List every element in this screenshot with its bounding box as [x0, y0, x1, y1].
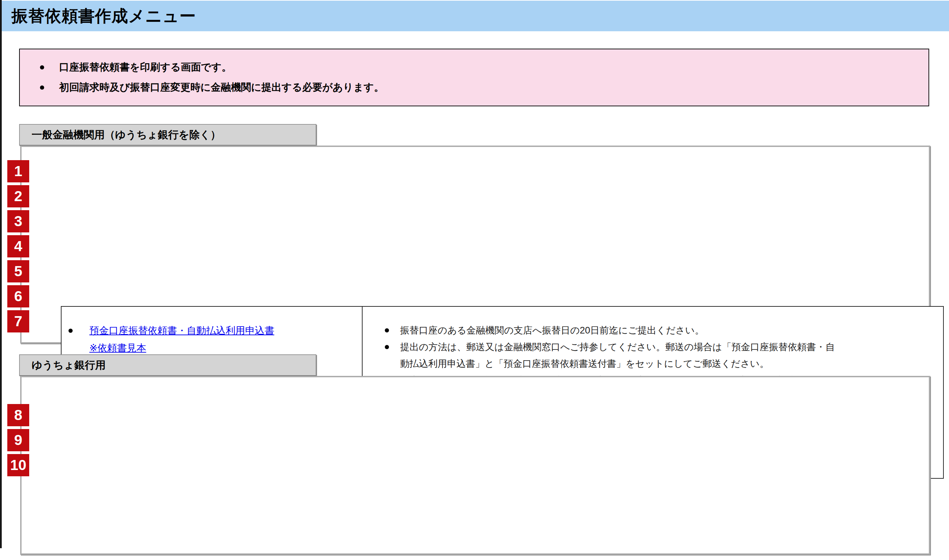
step-badge: 8 — [7, 404, 29, 426]
note-text: 振替口座のある金融機関の支店へ振替日の20日前迄にご提出ください。 — [400, 322, 704, 339]
bullet-icon — [385, 328, 389, 332]
bullet-icon — [385, 345, 389, 349]
page-title: 振替依頼書作成メニュー — [11, 5, 196, 27]
step-badge: 4 — [7, 235, 29, 257]
section-heading-general: 一般金融機関用（ゆうちょ銀行を除く） — [19, 124, 316, 146]
step-badge: 9 — [7, 429, 29, 451]
notice-text: 初回請求時及び振替口座変更時に金融機関に提出する必要があります。 — [59, 81, 384, 94]
notice-box: 口座振替依頼書を印刷する画面です。 初回請求時及び振替口座変更時に金融機関に提出… — [19, 49, 929, 106]
section-heading-label: ゆうちょ銀行用 — [32, 358, 106, 372]
bullet-icon — [68, 329, 72, 333]
step-badge: 2 — [7, 185, 29, 208]
app-header: 振替依頼書作成メニュー — [2, 1, 949, 31]
list-item: 預金口座振替依頼書・自動払込利用申込書 — [68, 322, 362, 339]
step-badge: 3 — [7, 210, 29, 232]
step-badge: 1 — [7, 160, 29, 182]
section-general-container: 預金口座振替依頼書・自動払込利用申込書 ※依頼書見本 預金口座振替依頼書送付書 … — [20, 146, 930, 343]
step-badge: 7 — [7, 310, 29, 332]
page: 振替依頼書作成メニュー 口座振替依頼書を印刷する画面です。 初回請求時及び振替口… — [0, 0, 949, 560]
note-item: 振替口座のある金融機関の支店へ振替日の20日前迄にご提出ください。 — [385, 322, 943, 339]
notice-text: 口座振替依頼書を印刷する画面です。 — [59, 60, 231, 74]
section-heading-yucho: ゆうちょ銀行用 — [19, 354, 316, 376]
notice-item: 初回請求時及び振替口座変更時に金融機関に提出する必要があります。 — [40, 77, 929, 98]
note-item: 提出の方法は、郵送又は金融機関窓口へご持参してください。郵送の場合は「預金口座振… — [385, 339, 943, 372]
link-account-transfer-request-form[interactable]: 預金口座振替依頼書・自動払込利用申込書 — [89, 324, 274, 337]
bullet-icon — [40, 65, 44, 69]
step-badge: 10 — [7, 454, 29, 476]
link-request-form-sample[interactable]: ※依頼書見本 — [89, 342, 146, 355]
bullet-icon — [40, 85, 44, 90]
step-badge: 6 — [7, 285, 29, 308]
step-badge: 5 — [7, 260, 29, 282]
notice-item: 口座振替依頼書を印刷する画面です。 — [40, 57, 929, 77]
section-heading-label: 一般金融機関用（ゆうちょ銀行を除く） — [32, 128, 221, 142]
note-text: 提出の方法は、郵送又は金融機関窓口へご持参してください。郵送の場合は「預金口座振… — [400, 339, 838, 372]
page-left-border — [0, 0, 2, 548]
section-yucho-container: 預金口座振替依頼書・自動払込利用申込書 ※依頼書見本 ゆうちょ用・自動払込利用申… — [20, 376, 930, 555]
